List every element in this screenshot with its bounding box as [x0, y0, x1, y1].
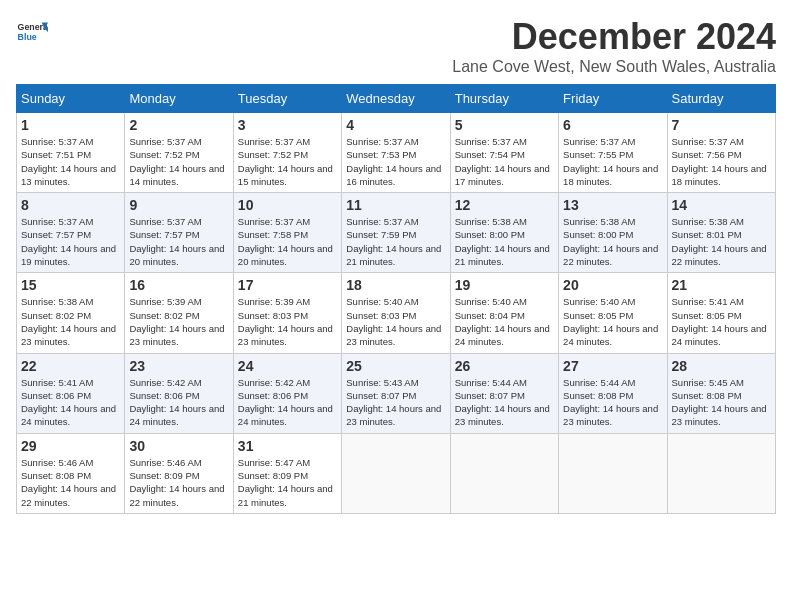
calendar-cell: 2Sunrise: 5:37 AM Sunset: 7:52 PM Daylig…	[125, 113, 233, 193]
calendar-cell: 5Sunrise: 5:37 AM Sunset: 7:54 PM Daylig…	[450, 113, 558, 193]
calendar-cell: 4Sunrise: 5:37 AM Sunset: 7:53 PM Daylig…	[342, 113, 450, 193]
logo: General Blue	[16, 16, 48, 48]
day-number: 9	[129, 197, 228, 213]
title-section: December 2024 Lane Cove West, New South …	[452, 16, 776, 76]
day-detail: Sunrise: 5:37 AM Sunset: 7:55 PM Dayligh…	[563, 135, 662, 188]
day-detail: Sunrise: 5:37 AM Sunset: 7:57 PM Dayligh…	[129, 215, 228, 268]
day-number: 21	[672, 277, 771, 293]
day-detail: Sunrise: 5:38 AM Sunset: 8:00 PM Dayligh…	[455, 215, 554, 268]
day-detail: Sunrise: 5:40 AM Sunset: 8:04 PM Dayligh…	[455, 295, 554, 348]
calendar-row-3: 15Sunrise: 5:38 AM Sunset: 8:02 PM Dayli…	[17, 273, 776, 353]
day-number: 26	[455, 358, 554, 374]
calendar-cell: 24Sunrise: 5:42 AM Sunset: 8:06 PM Dayli…	[233, 353, 341, 433]
calendar-cell: 22Sunrise: 5:41 AM Sunset: 8:06 PM Dayli…	[17, 353, 125, 433]
day-number: 28	[672, 358, 771, 374]
day-number: 7	[672, 117, 771, 133]
calendar-cell: 19Sunrise: 5:40 AM Sunset: 8:04 PM Dayli…	[450, 273, 558, 353]
calendar-cell: 31Sunrise: 5:47 AM Sunset: 8:09 PM Dayli…	[233, 433, 341, 513]
calendar-table: SundayMondayTuesdayWednesdayThursdayFrid…	[16, 84, 776, 514]
calendar-cell: 16Sunrise: 5:39 AM Sunset: 8:02 PM Dayli…	[125, 273, 233, 353]
day-number: 19	[455, 277, 554, 293]
calendar-header-row: SundayMondayTuesdayWednesdayThursdayFrid…	[17, 85, 776, 113]
day-number: 1	[21, 117, 120, 133]
day-detail: Sunrise: 5:41 AM Sunset: 8:06 PM Dayligh…	[21, 376, 120, 429]
header-day-monday: Monday	[125, 85, 233, 113]
month-year: December 2024	[452, 16, 776, 58]
day-detail: Sunrise: 5:38 AM Sunset: 8:01 PM Dayligh…	[672, 215, 771, 268]
day-number: 16	[129, 277, 228, 293]
header-day-wednesday: Wednesday	[342, 85, 450, 113]
day-detail: Sunrise: 5:38 AM Sunset: 8:00 PM Dayligh…	[563, 215, 662, 268]
calendar-cell: 26Sunrise: 5:44 AM Sunset: 8:07 PM Dayli…	[450, 353, 558, 433]
calendar-cell: 3Sunrise: 5:37 AM Sunset: 7:52 PM Daylig…	[233, 113, 341, 193]
calendar-cell: 25Sunrise: 5:43 AM Sunset: 8:07 PM Dayli…	[342, 353, 450, 433]
header: General Blue December 2024 Lane Cove Wes…	[16, 16, 776, 76]
day-number: 8	[21, 197, 120, 213]
day-detail: Sunrise: 5:37 AM Sunset: 7:57 PM Dayligh…	[21, 215, 120, 268]
day-detail: Sunrise: 5:39 AM Sunset: 8:03 PM Dayligh…	[238, 295, 337, 348]
calendar-cell: 9Sunrise: 5:37 AM Sunset: 7:57 PM Daylig…	[125, 193, 233, 273]
calendar-cell: 20Sunrise: 5:40 AM Sunset: 8:05 PM Dayli…	[559, 273, 667, 353]
day-number: 12	[455, 197, 554, 213]
calendar-cell: 29Sunrise: 5:46 AM Sunset: 8:08 PM Dayli…	[17, 433, 125, 513]
header-day-thursday: Thursday	[450, 85, 558, 113]
day-number: 10	[238, 197, 337, 213]
calendar-cell: 23Sunrise: 5:42 AM Sunset: 8:06 PM Dayli…	[125, 353, 233, 433]
day-number: 13	[563, 197, 662, 213]
day-number: 30	[129, 438, 228, 454]
logo-icon: General Blue	[16, 16, 48, 48]
calendar-cell	[559, 433, 667, 513]
day-number: 31	[238, 438, 337, 454]
calendar-cell: 18Sunrise: 5:40 AM Sunset: 8:03 PM Dayli…	[342, 273, 450, 353]
location: Lane Cove West, New South Wales, Austral…	[452, 58, 776, 76]
day-detail: Sunrise: 5:37 AM Sunset: 7:59 PM Dayligh…	[346, 215, 445, 268]
header-day-sunday: Sunday	[17, 85, 125, 113]
day-detail: Sunrise: 5:47 AM Sunset: 8:09 PM Dayligh…	[238, 456, 337, 509]
calendar-cell	[342, 433, 450, 513]
day-number: 3	[238, 117, 337, 133]
day-number: 20	[563, 277, 662, 293]
day-number: 24	[238, 358, 337, 374]
header-day-saturday: Saturday	[667, 85, 775, 113]
day-number: 15	[21, 277, 120, 293]
calendar-cell: 15Sunrise: 5:38 AM Sunset: 8:02 PM Dayli…	[17, 273, 125, 353]
day-detail: Sunrise: 5:40 AM Sunset: 8:03 PM Dayligh…	[346, 295, 445, 348]
day-number: 23	[129, 358, 228, 374]
calendar-cell: 10Sunrise: 5:37 AM Sunset: 7:58 PM Dayli…	[233, 193, 341, 273]
day-number: 11	[346, 197, 445, 213]
day-number: 6	[563, 117, 662, 133]
day-number: 25	[346, 358, 445, 374]
day-number: 14	[672, 197, 771, 213]
calendar-cell	[667, 433, 775, 513]
calendar-cell: 7Sunrise: 5:37 AM Sunset: 7:56 PM Daylig…	[667, 113, 775, 193]
day-detail: Sunrise: 5:42 AM Sunset: 8:06 PM Dayligh…	[129, 376, 228, 429]
calendar-cell: 17Sunrise: 5:39 AM Sunset: 8:03 PM Dayli…	[233, 273, 341, 353]
day-detail: Sunrise: 5:39 AM Sunset: 8:02 PM Dayligh…	[129, 295, 228, 348]
day-number: 27	[563, 358, 662, 374]
day-number: 4	[346, 117, 445, 133]
day-detail: Sunrise: 5:38 AM Sunset: 8:02 PM Dayligh…	[21, 295, 120, 348]
day-detail: Sunrise: 5:45 AM Sunset: 8:08 PM Dayligh…	[672, 376, 771, 429]
svg-text:Blue: Blue	[18, 32, 37, 42]
calendar-row-1: 1Sunrise: 5:37 AM Sunset: 7:51 PM Daylig…	[17, 113, 776, 193]
day-detail: Sunrise: 5:37 AM Sunset: 7:54 PM Dayligh…	[455, 135, 554, 188]
day-detail: Sunrise: 5:40 AM Sunset: 8:05 PM Dayligh…	[563, 295, 662, 348]
calendar-cell: 13Sunrise: 5:38 AM Sunset: 8:00 PM Dayli…	[559, 193, 667, 273]
calendar-row-4: 22Sunrise: 5:41 AM Sunset: 8:06 PM Dayli…	[17, 353, 776, 433]
calendar-cell: 12Sunrise: 5:38 AM Sunset: 8:00 PM Dayli…	[450, 193, 558, 273]
calendar-cell: 21Sunrise: 5:41 AM Sunset: 8:05 PM Dayli…	[667, 273, 775, 353]
day-detail: Sunrise: 5:37 AM Sunset: 7:52 PM Dayligh…	[238, 135, 337, 188]
day-detail: Sunrise: 5:42 AM Sunset: 8:06 PM Dayligh…	[238, 376, 337, 429]
day-number: 2	[129, 117, 228, 133]
calendar-cell: 30Sunrise: 5:46 AM Sunset: 8:09 PM Dayli…	[125, 433, 233, 513]
day-detail: Sunrise: 5:46 AM Sunset: 8:09 PM Dayligh…	[129, 456, 228, 509]
day-number: 29	[21, 438, 120, 454]
header-day-tuesday: Tuesday	[233, 85, 341, 113]
day-number: 22	[21, 358, 120, 374]
day-number: 17	[238, 277, 337, 293]
day-detail: Sunrise: 5:44 AM Sunset: 8:07 PM Dayligh…	[455, 376, 554, 429]
calendar-cell: 6Sunrise: 5:37 AM Sunset: 7:55 PM Daylig…	[559, 113, 667, 193]
day-number: 5	[455, 117, 554, 133]
day-detail: Sunrise: 5:37 AM Sunset: 7:52 PM Dayligh…	[129, 135, 228, 188]
calendar-cell: 28Sunrise: 5:45 AM Sunset: 8:08 PM Dayli…	[667, 353, 775, 433]
